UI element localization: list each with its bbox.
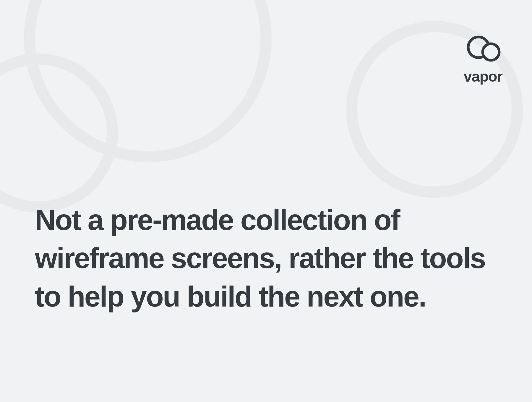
svg-point-4 <box>483 44 499 60</box>
brand-name: vapor <box>464 68 502 85</box>
brand-logo: vapor <box>464 35 502 85</box>
svg-point-1 <box>0 59 112 207</box>
vapor-logo-icon <box>464 35 502 62</box>
headline-text: Not a pre-made collection of wireframe s… <box>35 201 497 316</box>
svg-point-0 <box>30 0 266 157</box>
